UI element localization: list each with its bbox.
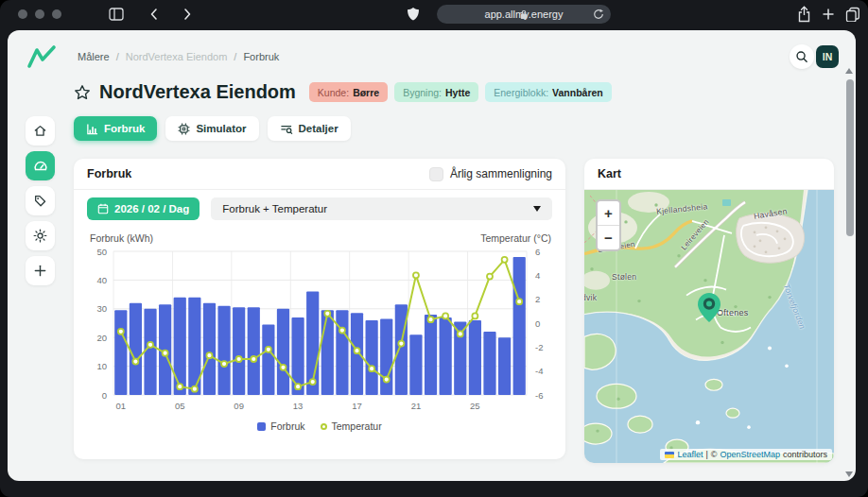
map-label-dvik: dvik (584, 293, 597, 302)
chart-controls: 2026 / 02 / Dag Forbruk + Temperatur (87, 197, 552, 220)
calendar-icon (97, 203, 109, 214)
consumption-chart[interactable]: 01020304050-6-4-2024601050913172125 (74, 248, 565, 418)
tab-overview-icon[interactable] (845, 7, 860, 22)
breadcrumb-forbruk[interactable]: Forbruk (243, 51, 279, 62)
gauge-icon (33, 159, 48, 174)
badges: Kunde: Børre Bygning: Hytte Energiblokk:… (309, 82, 612, 102)
chart-legend: Forbruk Temperatur (74, 420, 565, 432)
svg-text:25: 25 (470, 401, 480, 411)
home-icon (33, 124, 47, 138)
zoom-in-button[interactable]: + (598, 201, 619, 226)
series-select[interactable]: Forbruk + Temperatur (211, 197, 552, 220)
search-button[interactable] (790, 44, 814, 69)
privacy-shield-icon[interactable] (407, 7, 420, 22)
date-range-button[interactable]: 2026 / 02 / Dag (87, 197, 200, 220)
list-search-icon (280, 123, 293, 135)
sidebar-item-tags[interactable] (26, 186, 55, 215)
svg-text:30: 30 (96, 303, 107, 314)
sidebar-item-meters[interactable] (26, 151, 55, 180)
map-attribution: Leaflet | © OpenStreetMap contributors (660, 449, 832, 460)
window-zoom-button[interactable] (52, 9, 61, 19)
ukraine-flag-icon (665, 452, 674, 458)
map-card: Kart (584, 159, 834, 463)
svg-text:-4: -4 (535, 366, 543, 376)
sidebar-toggle-icon[interactable] (109, 8, 124, 21)
svg-text:10: 10 (96, 361, 107, 371)
breadcrumb-property[interactable]: NordVertexa Eiendom (126, 51, 228, 62)
sidebar (26, 116, 55, 285)
zoom-out-button[interactable]: − (598, 226, 619, 249)
location-pin-icon[interactable] (697, 292, 721, 324)
search-icon (795, 50, 808, 63)
page-title: NordVertexa Eiendom (99, 81, 296, 103)
svg-text:2: 2 (535, 294, 540, 304)
tag-icon (33, 194, 47, 208)
back-icon[interactable] (148, 7, 160, 22)
window-close-button[interactable] (18, 9, 27, 19)
lock-icon (519, 9, 529, 20)
page-scrollbar[interactable] (844, 66, 855, 479)
svg-text:-2: -2 (535, 342, 543, 352)
svg-text:0: 0 (535, 318, 540, 329)
svg-text:13: 13 (293, 401, 304, 411)
legend-temperatur[interactable]: Temperatur (321, 420, 382, 432)
consumption-card: Forbruk Årlig sammenligning 2026 / 02 / … (74, 159, 565, 459)
svg-text:0: 0 (102, 390, 107, 401)
sidebar-item-home[interactable] (26, 116, 55, 146)
badge-energiblokk: Energiblokk: Vannbåren (485, 82, 611, 102)
tab-bar: Forbruk Simulator (74, 116, 351, 141)
badge-kunde: Kunde: Børre (309, 82, 388, 102)
forward-icon[interactable] (182, 7, 193, 22)
svg-text:40: 40 (96, 275, 107, 285)
chip-icon (178, 123, 190, 135)
title-row: NordVertexa Eiendom Kunde: Børre Bygning… (74, 81, 612, 103)
user-avatar[interactable]: IN (816, 45, 839, 68)
share-icon[interactable] (797, 6, 811, 23)
right-axis-title: Temperatur (°C) (480, 232, 551, 244)
svg-text:09: 09 (234, 401, 244, 411)
breadcrumb: Målere / NordVertexa Eiendom / Forbruk (78, 51, 279, 62)
favorite-star-icon[interactable] (74, 84, 91, 101)
svg-text:17: 17 (352, 401, 362, 411)
map-label-stolen: Stølen (612, 272, 636, 282)
svg-text:05: 05 (175, 401, 185, 411)
reload-icon[interactable] (593, 9, 604, 20)
svg-text:4: 4 (535, 270, 540, 281)
tab-forbruk[interactable]: Forbruk (74, 116, 157, 141)
map-card-title: Kart (598, 167, 621, 180)
sidebar-item-add[interactable] (26, 256, 55, 285)
tab-simulator[interactable]: Simulator (165, 116, 258, 141)
sun-icon (33, 229, 47, 243)
tab-detaljer[interactable]: Detaljer (268, 116, 351, 141)
sidebar-item-solar[interactable] (26, 221, 55, 250)
bar-chart-icon (86, 123, 98, 135)
breadcrumb-malere[interactable]: Målere (78, 51, 110, 62)
legend-forbruk[interactable]: Forbruk (257, 420, 304, 432)
yearly-compare-label: Årlig sammenligning (450, 167, 552, 180)
window-minimize-button[interactable] (35, 9, 44, 19)
map[interactable]: Kjellandsheia Havåsen Leireveien Leireve… (584, 190, 834, 463)
scrollbar-up-arrow[interactable] (845, 68, 853, 74)
browser-chrome: app.allmy.energy (0, 0, 868, 28)
map-label-oftenes: Oftenes (717, 308, 749, 317)
svg-text:-6: -6 (535, 390, 543, 401)
map-zoom-control: + − (596, 199, 621, 251)
breadcrumb-separator: / (116, 51, 119, 62)
new-tab-icon[interactable] (822, 8, 835, 21)
svg-text:6: 6 (535, 248, 540, 257)
osm-link[interactable]: OpenStreetMap (720, 450, 780, 459)
consumption-card-header: Forbruk Årlig sammenligning (74, 159, 565, 190)
app-logo[interactable] (26, 43, 57, 70)
chevron-down-icon (533, 206, 541, 212)
svg-text:01: 01 (116, 401, 127, 411)
leaflet-link[interactable]: Leaflet (677, 450, 703, 459)
yearly-compare-checkbox[interactable] (429, 167, 443, 181)
scrollbar-down-arrow[interactable] (845, 471, 853, 477)
yearly-compare: Årlig sammenligning (429, 167, 552, 181)
svg-text:21: 21 (411, 401, 422, 411)
url-bar[interactable]: app.allmy.energy (437, 5, 611, 24)
scrollbar-thumb[interactable] (846, 79, 854, 236)
svg-text:50: 50 (96, 248, 107, 257)
map-card-header: Kart (584, 159, 834, 190)
svg-text:20: 20 (96, 333, 107, 343)
